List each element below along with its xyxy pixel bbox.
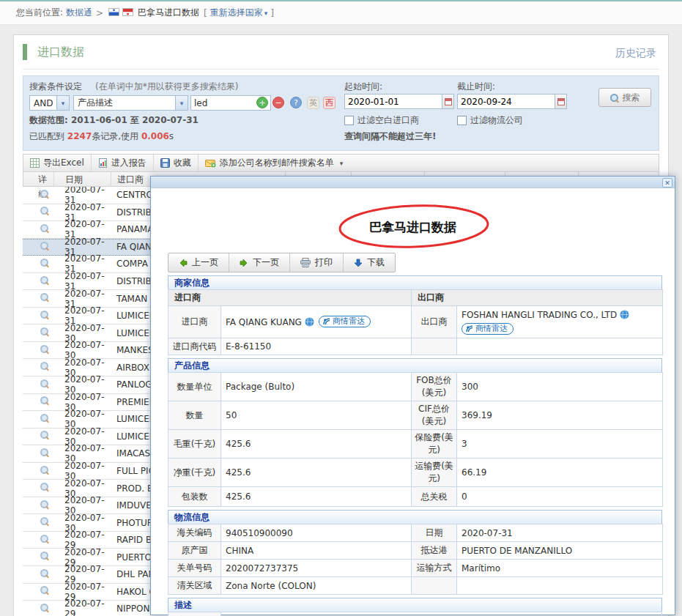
radar-badge-label: 商情雷达 xyxy=(475,323,508,334)
product-table: 数量单位Package (Bulto)FOB总价(美元)300 数量50CIF总… xyxy=(168,372,663,507)
field-select[interactable]: 产品描述 ▾ xyxy=(73,95,188,111)
field-value: 425.6 xyxy=(221,459,412,487)
start-date-calendar-button[interactable] xyxy=(442,94,454,109)
operator-select[interactable]: AND ▾ xyxy=(29,95,70,111)
matched-time: 0.006 xyxy=(141,131,169,141)
view-detail-icon[interactable] xyxy=(40,569,49,578)
lang-english-button[interactable]: 英 xyxy=(307,97,319,109)
view-detail-icon[interactable] xyxy=(40,379,49,388)
filter-logistics-checkbox[interactable]: 过滤物流公司 xyxy=(457,114,523,127)
data-range: 数据范围: 2011-06-01 至 2020-07-31 xyxy=(29,114,199,127)
report-icon xyxy=(98,158,108,168)
search-button[interactable]: 搜索 xyxy=(598,88,651,107)
view-detail-icon[interactable] xyxy=(40,362,49,371)
add-condition-icon[interactable]: + xyxy=(256,97,268,108)
empty-cell xyxy=(457,338,663,355)
add-to-mail-list-button[interactable]: 添加公司名称到邮件搜索名单 ▾ xyxy=(199,155,350,171)
chevron-down-icon: ▾ xyxy=(56,96,69,110)
panama-flag-right-icon xyxy=(122,8,133,18)
radar-badge-label: 商情雷达 xyxy=(333,316,365,327)
view-detail-icon[interactable] xyxy=(40,259,49,267)
field-label: 日期 xyxy=(412,524,457,542)
operator-value: AND xyxy=(34,98,53,108)
end-date-calendar-button[interactable] xyxy=(555,94,567,109)
matched-count: 2247 xyxy=(67,131,92,141)
importer-value-cell: FA QIANG KUANG商情雷达 xyxy=(221,306,412,338)
help-icon[interactable]: ? xyxy=(290,97,302,108)
breadcrumb-site-link[interactable]: 数据通 xyxy=(66,7,92,19)
field-value: 425.6 xyxy=(221,487,412,507)
start-date-input[interactable] xyxy=(344,94,442,109)
globe-icon[interactable] xyxy=(305,319,314,329)
radar-icon xyxy=(466,325,473,333)
view-detail-icon[interactable] xyxy=(40,414,49,423)
search-panel: 搜索条件设定 (在单词中加*用以获得更多搜索结果) AND ▾ 产品描述 ▾ +… xyxy=(23,75,659,151)
field-label: 毛重(千克) xyxy=(168,430,221,459)
prev-page-label: 上一页 xyxy=(192,256,218,269)
prev-page-button[interactable]: 上一页 xyxy=(168,253,229,272)
view-detail-icon[interactable] xyxy=(40,586,49,595)
importer-col-header: 进口商 xyxy=(168,290,412,306)
view-detail-icon[interactable] xyxy=(40,396,49,405)
reselect-country-link[interactable]: 重新选择国家 xyxy=(210,7,263,19)
field-value: 3 xyxy=(457,430,663,459)
list-toolbar: 导出Excel 进入报告 收藏 添加公司名称到邮件搜索名单 ▾ xyxy=(23,154,659,172)
globe-icon[interactable] xyxy=(620,311,629,322)
view-detail-icon[interactable] xyxy=(40,483,49,491)
view-detail-icon[interactable] xyxy=(40,604,49,612)
field-value: 369.19 xyxy=(457,401,663,430)
end-date-input[interactable] xyxy=(457,94,555,109)
view-detail-icon[interactable] xyxy=(40,535,49,543)
breadcrumb-location-label: 您当前位置: xyxy=(16,7,63,19)
view-detail-icon[interactable] xyxy=(40,224,49,233)
favorite-button[interactable]: 收藏 xyxy=(154,155,199,171)
title-accent-bar xyxy=(23,44,27,60)
enter-report-button[interactable]: 进入报告 xyxy=(92,155,154,171)
export-excel-button[interactable]: 导出Excel xyxy=(23,155,92,171)
search-icon xyxy=(610,94,618,102)
view-detail-icon[interactable] xyxy=(40,242,49,251)
view-detail-icon[interactable] xyxy=(40,327,49,336)
view-detail-icon[interactable] xyxy=(40,517,49,526)
radar-badge[interactable]: 商情雷达 xyxy=(462,323,514,335)
breadcrumb: 您当前位置: 数据通 > 巴拿马进口数据 [ 重新选择国家 ▾ ] xyxy=(0,1,682,25)
filter-blank-importer-checkbox[interactable]: 过滤空白进口商 xyxy=(344,114,419,127)
view-detail-icon[interactable] xyxy=(40,311,49,319)
page-title: 进口数据 xyxy=(23,44,84,60)
view-detail-icon[interactable] xyxy=(40,207,49,215)
view-detail-icon[interactable] xyxy=(40,345,49,354)
remove-condition-icon[interactable]: − xyxy=(273,97,284,108)
field-label: 清关区域 xyxy=(168,577,221,595)
history-link[interactable]: 历史记录 xyxy=(615,47,656,60)
filter-logistics-label: 过滤物流公司 xyxy=(470,114,523,127)
field-value xyxy=(457,577,663,595)
field-label xyxy=(412,577,457,595)
detail-sections: 商家信息 进口商 出口商 进口商 FA QIANG KUANG商情雷达 出口商 … xyxy=(168,275,662,616)
view-detail-icon[interactable] xyxy=(40,448,49,457)
print-button[interactable]: 打印 xyxy=(290,253,344,272)
field-value: 50 xyxy=(221,401,412,430)
title-divider xyxy=(23,69,659,70)
col-date: 日期 xyxy=(54,172,111,186)
view-detail-icon[interactable] xyxy=(40,466,49,475)
view-detail-icon[interactable] xyxy=(40,552,49,560)
field-label: 包装数 xyxy=(168,487,221,507)
bracket-close: ] xyxy=(270,8,274,18)
merchant-table: 进口商 出口商 进口商 FA QIANG KUANG商情雷达 出口商 FOSHA… xyxy=(168,289,663,355)
excel-icon xyxy=(30,158,40,168)
next-page-button[interactable]: 下一页 xyxy=(229,253,290,272)
download-label: 下载 xyxy=(367,256,385,269)
view-detail-icon[interactable] xyxy=(40,276,49,285)
enter-report-label: 进入报告 xyxy=(111,157,147,169)
field-value: 940510900090 xyxy=(221,524,412,542)
view-detail-icon[interactable] xyxy=(40,190,49,198)
start-date-label: 起始时间: xyxy=(344,81,382,93)
close-icon[interactable]: ✕ xyxy=(662,178,672,188)
view-detail-icon[interactable] xyxy=(40,293,49,302)
download-button[interactable]: 下载 xyxy=(344,253,395,272)
bracket-open: [ xyxy=(204,8,207,18)
radar-badge[interactable]: 商情雷达 xyxy=(319,316,371,327)
lang-spanish-button[interactable]: 西 xyxy=(323,97,336,109)
view-detail-icon[interactable] xyxy=(40,500,49,509)
view-detail-icon[interactable] xyxy=(40,431,49,439)
